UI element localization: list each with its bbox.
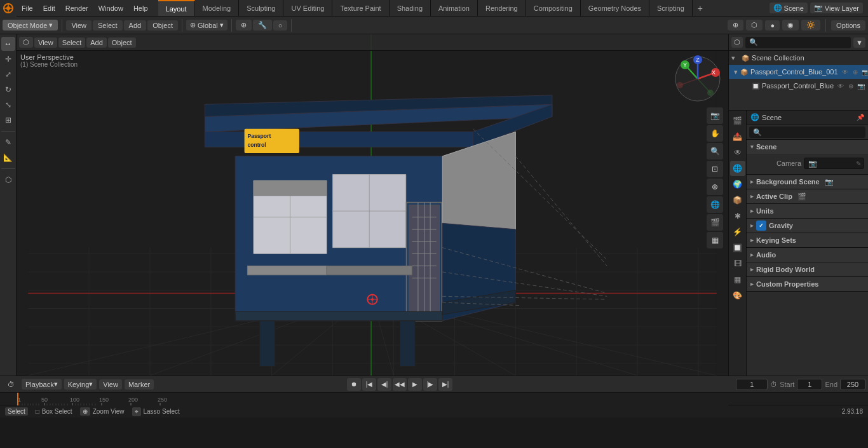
prop-pin-icon[interactable]: 📌 bbox=[857, 114, 864, 121]
step-back-btn[interactable]: ◀| bbox=[377, 378, 391, 391]
prop-tab-scene[interactable]: 🌐 bbox=[730, 161, 745, 176]
prop-tab-world[interactable]: 🌍 bbox=[730, 177, 745, 192]
view-menu[interactable]: View bbox=[66, 20, 92, 31]
prop-tab-material[interactable]: 🎨 bbox=[730, 288, 745, 303]
units-header[interactable]: ▸ Units bbox=[747, 204, 868, 218]
timeline-editor-icon[interactable]: ⏱ bbox=[3, 376, 19, 393]
playback-dot-btn[interactable]: ⏺ bbox=[347, 378, 361, 391]
outliner-item-0[interactable]: ▾ 📦 Passport_Control_Blue_001 👁 ⊕ 📷 bbox=[729, 65, 868, 79]
workspace-tab-shading[interactable]: Shading bbox=[390, 0, 431, 16]
prop-tab-object[interactable]: 📦 bbox=[730, 193, 745, 208]
outliner-editor-icon[interactable]: ⬡ bbox=[731, 37, 743, 48]
prop-tab-render[interactable]: 🎬 bbox=[730, 113, 745, 128]
custom-header[interactable]: ▸ Custom Properties bbox=[747, 277, 868, 291]
workspace-tab-modeling[interactable]: Modeling bbox=[195, 0, 240, 16]
step-fwd-btn[interactable]: |▶ bbox=[423, 378, 437, 391]
vp-object-menu[interactable]: Object bbox=[108, 37, 136, 48]
start-frame-input[interactable]: 1 bbox=[797, 379, 822, 390]
viewport-gizmo[interactable]: X Y Z bbox=[672, 53, 723, 104]
menu-edit[interactable]: Edit bbox=[38, 0, 60, 16]
vp-hand-btn[interactable]: ✋ bbox=[707, 125, 723, 142]
prop-tab-output[interactable]: 📤 bbox=[730, 129, 745, 144]
jump-end-btn[interactable]: ▶| bbox=[438, 378, 452, 391]
shading-material[interactable]: ◉ bbox=[782, 20, 799, 31]
play-reverse-btn[interactable]: ◀◀ bbox=[393, 378, 407, 391]
viewport-canvas[interactable]: Passport control User bbox=[17, 34, 728, 376]
outliner-search-bar[interactable]: 🔍 bbox=[745, 37, 851, 48]
gravity-toggle[interactable]: ✓ bbox=[756, 221, 766, 231]
shading-rendered[interactable]: 🔆 bbox=[801, 20, 820, 31]
scene-section-header[interactable]: ▾ Scene bbox=[747, 140, 868, 154]
keying-menu[interactable]: Keying ▾ bbox=[64, 379, 97, 390]
view-menu-tl[interactable]: View bbox=[99, 379, 122, 390]
workspace-tab-rendering[interactable]: Rendering bbox=[478, 0, 526, 16]
vp-view-menu[interactable]: View bbox=[34, 37, 57, 48]
prop-search-box[interactable]: 🔍 bbox=[749, 126, 865, 138]
vp-overlay2-btn[interactable]: ⊕ bbox=[707, 179, 723, 195]
prop-tab-modifier[interactable]: ✱ bbox=[730, 208, 745, 224]
play-btn[interactable]: ▶ bbox=[408, 378, 422, 391]
visibility-icon-0[interactable]: 👁 bbox=[841, 67, 850, 76]
proportional-btn[interactable]: ○ bbox=[273, 20, 288, 31]
workspace-tab-sculpting[interactable]: Sculpting bbox=[239, 0, 283, 16]
vp-add-menu[interactable]: Add bbox=[86, 37, 107, 48]
view-layer-selector[interactable]: 📷 View Layer bbox=[810, 3, 863, 13]
vp-camera-btn[interactable]: 📷 bbox=[707, 107, 723, 124]
vp-local-btn[interactable]: 🌐 bbox=[707, 196, 723, 213]
outliner-item-1[interactable]: 🔲 Passport_Control_Blue 👁 ⊕ 📷 bbox=[729, 79, 868, 93]
select-menu[interactable]: Select bbox=[93, 20, 123, 31]
tool-add-cube[interactable]: ⬡ bbox=[1, 173, 15, 187]
viewport-icon-0[interactable]: ⊕ bbox=[851, 67, 860, 76]
tool-select[interactable]: ↔ bbox=[1, 37, 15, 51]
vp-perspective-btn[interactable]: ⊡ bbox=[707, 161, 723, 177]
overlay-btn[interactable]: ⊕ bbox=[728, 20, 743, 31]
tool-cursor[interactable]: ✛ bbox=[1, 52, 15, 66]
vp-zoom-btn[interactable]: 🔍 bbox=[707, 143, 723, 160]
scene-selector[interactable]: 🌐 Scene bbox=[770, 3, 808, 13]
keying-header[interactable]: ▸ Keying Sets bbox=[747, 233, 868, 247]
object-menu[interactable]: Object bbox=[147, 20, 178, 31]
blender-logo[interactable] bbox=[0, 0, 17, 17]
vp-grid-btn[interactable]: ▦ bbox=[707, 232, 723, 248]
prop-tab-physics[interactable]: 🔲 bbox=[730, 240, 745, 255]
tool-annotate[interactable]: ✎ bbox=[1, 135, 15, 149]
gravity-header[interactable]: ▸ ✓ Gravity bbox=[747, 219, 868, 233]
prop-tab-particles[interactable]: ⚡ bbox=[730, 224, 745, 240]
outliner-scene-collection[interactable]: ▾ 📦 Scene Collection bbox=[729, 51, 868, 65]
menu-help[interactable]: Help bbox=[128, 0, 153, 16]
menu-file[interactable]: File bbox=[17, 0, 38, 16]
audio-header[interactable]: ▸ Audio bbox=[747, 248, 868, 262]
playback-menu[interactable]: Playback ▾ bbox=[22, 379, 62, 390]
workspace-tab-compositing[interactable]: Compositing bbox=[526, 0, 581, 16]
workspace-tab-animation[interactable]: Animation bbox=[431, 0, 478, 16]
visibility-icon-1[interactable]: 👁 bbox=[836, 81, 845, 90]
workspace-tab-texture[interactable]: Texture Paint bbox=[332, 0, 389, 16]
workspace-add-btn[interactable]: + bbox=[693, 0, 708, 16]
prop-tab-view-layer[interactable]: 👁 bbox=[730, 145, 745, 160]
workspace-tab-scripting[interactable]: Scripting bbox=[649, 0, 693, 16]
bg-scene-header[interactable]: ▸ Background Scene 📷 bbox=[747, 175, 868, 189]
shading-wireframe[interactable]: ⬡ bbox=[746, 20, 763, 31]
outliner-filter-btn[interactable]: ▼ bbox=[853, 37, 865, 48]
workspace-tab-layout[interactable]: Layout bbox=[158, 0, 195, 16]
pivot-btn[interactable]: ⊕ bbox=[236, 20, 252, 31]
tool-scale[interactable]: ⤡ bbox=[1, 98, 15, 112]
prop-tab-data[interactable]: ▦ bbox=[730, 272, 745, 287]
render-icon-0[interactable]: 📷 bbox=[861, 67, 868, 76]
vp-render2-btn[interactable]: 🎬 bbox=[707, 214, 723, 231]
snap-btn[interactable]: 🔧 bbox=[253, 20, 272, 31]
active-clip-header[interactable]: ▸ Active Clip 🎬 bbox=[747, 189, 868, 203]
camera-field[interactable]: 📷 ✎ bbox=[804, 158, 864, 169]
workspace-tab-uv[interactable]: UV Editing bbox=[283, 0, 332, 16]
vp-select-menu[interactable]: Select bbox=[58, 37, 86, 48]
tool-measure[interactable]: 📐 bbox=[1, 151, 15, 165]
tool-move[interactable]: ⤢ bbox=[1, 67, 15, 81]
vp-editor-type[interactable]: ⬡ bbox=[19, 37, 33, 48]
marker-menu[interactable]: Marker bbox=[125, 379, 154, 390]
end-frame-input[interactable]: 250 bbox=[840, 379, 865, 390]
prop-tab-constraints[interactable]: 🎞 bbox=[730, 256, 745, 271]
viewport-icon-1[interactable]: ⊕ bbox=[846, 81, 855, 90]
tool-rotate[interactable]: ↻ bbox=[1, 83, 15, 97]
jump-start-btn[interactable]: |◀ bbox=[362, 378, 376, 391]
render-icon-1[interactable]: 📷 bbox=[857, 81, 865, 90]
